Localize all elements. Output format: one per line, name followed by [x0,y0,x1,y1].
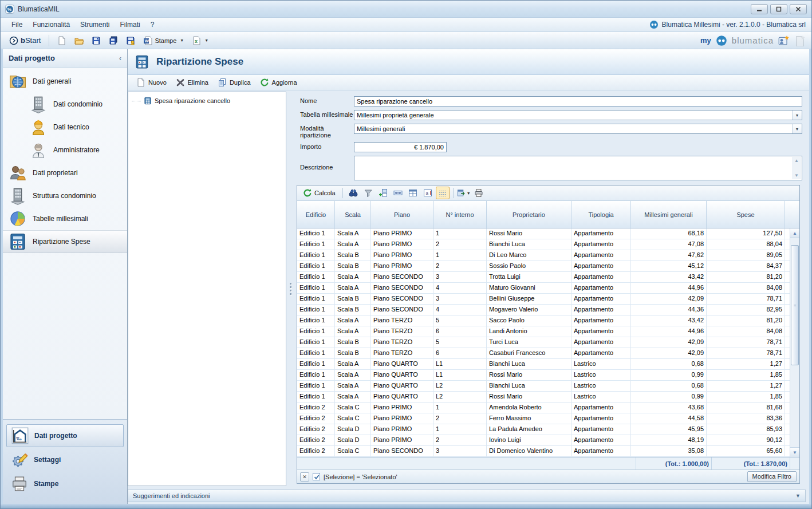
table-row[interactable]: Edificio 1Scala BPiano SECONDO4Mogavero … [297,305,799,315]
menu-item[interactable]: ? [145,18,160,31]
row-lines-button[interactable] [436,187,450,199]
table-row[interactable]: Edificio 1Scala APiano PRIMO2Bianchi Luc… [297,239,799,250]
chevron-down-icon[interactable]: ▼ [795,493,801,499]
minimize-button[interactable] [751,4,768,14]
doc-add-button[interactable] [794,35,806,46]
close-button[interactable] [790,4,807,14]
table-row[interactable]: Edificio 1Scala BPiano TERZO6Casaburi Fr… [297,348,799,359]
group-by-button[interactable] [376,187,390,199]
save-button[interactable] [89,34,104,47]
nav-item-dati-progetto[interactable]: ‰Dati progetto [6,424,124,447]
print-button[interactable] [472,187,486,199]
column-header-scala[interactable]: Scala [335,201,371,228]
duplica-button[interactable]: Duplica [214,76,255,89]
auto-size-button[interactable]: a [421,187,435,199]
stampe-button[interactable]: W Stampe ▼ [140,34,187,47]
table-row[interactable]: Edificio 1Scala BPiano PRIMO2Sossio Paol… [297,261,799,272]
tabella-select[interactable]: Millesimi proprietà generale ▼ [354,110,802,120]
elimina-button[interactable]: Elimina [172,76,212,89]
nav-item-stampe[interactable]: Stampe [6,472,124,495]
filter-checkbox[interactable] [313,473,320,480]
tree-item[interactable]: Spesa riparazione cancello [128,92,286,105]
sidebar-item-dati-generali[interactable]: Dati generali [3,70,127,93]
maximize-button[interactable] [770,4,787,14]
sidebar-item-amministratore[interactable]: Amministratore [3,139,127,161]
nav-item-settaggi[interactable]: Settaggi [6,448,124,471]
table-row[interactable]: Edificio 2Scala CPiano PRIMO2Ferro Massi… [297,413,799,424]
user-add-button[interactable] [778,35,790,46]
modifica-filtro-button[interactable]: Modifica Filtro [747,471,797,482]
sidebar-item-dati-proprietari[interactable]: Dati proprietari [3,161,127,184]
scroll-up-icon[interactable]: ▲ [790,228,799,238]
column-header-tipologia[interactable]: Tipologia [571,201,631,228]
calcola-button[interactable]: Calcola [299,187,339,199]
bstart-label: bStart [21,36,41,45]
table-row[interactable]: Edificio 1Scala APiano QUARTOL1Rossi Mar… [297,370,799,381]
vertical-scrollbar[interactable]: ▲ ≡ ▼ [790,228,799,457]
modalita-select[interactable]: Millesimi generali ▼ [354,124,802,134]
table-row[interactable]: Edificio 1Scala BPiano PRIMO1Di Leo Marc… [297,250,799,261]
splitter-handle[interactable] [286,92,294,486]
excel-export-button[interactable]: x ▼ [189,34,211,47]
open-folder-button[interactable] [72,34,86,47]
sidebar-item-tabelle-millesimali[interactable]: Tabelle millesimali [3,207,127,230]
table-row[interactable]: Edificio 1Scala BPiano TERZO5Turci LucaA… [297,337,799,348]
scroll-down-icon[interactable]: ▼ [790,447,799,457]
table-row[interactable]: Edificio 1Scala APiano QUARTOL1Bianchi L… [297,359,799,370]
sidebar-item-struttura-condominio[interactable]: Struttura condominio [3,184,127,207]
dropdown-arrow-icon[interactable]: ▼ [792,124,802,133]
table-row[interactable]: Edificio 1Scala BPiano SECONDO3Bellini G… [297,294,799,305]
table-cell: Bianchi Luca [487,359,571,369]
column-header-millesimi-generali[interactable]: Millesimi generali [631,201,707,228]
scroll-down-icon[interactable]: ▼ [794,172,799,179]
column-header-edificio[interactable]: Edificio [297,201,335,228]
filter-funnel-button[interactable] [361,187,375,199]
scroll-up-icon[interactable]: ▲ [794,157,799,164]
dropdown-arrow-icon[interactable]: ▼ [792,111,802,120]
sidebar-item-dati-condominio[interactable]: Dati condominio [3,93,127,116]
table-cell: 0,68 [631,381,707,391]
table-row[interactable]: Edificio 2Scala DPiano PRIMO2Iovino Luig… [297,435,799,446]
table-row[interactable]: Edificio 2Scala CPiano SECONDO3Di Domeni… [297,446,799,457]
aggiorna-button[interactable]: Aggiorna [256,76,301,89]
nuovo-button[interactable]: Nuovo [132,76,171,89]
filter-close-button[interactable]: ✕ [300,472,309,482]
textarea-scrollbar[interactable]: ▲▼ [792,157,801,179]
table-row[interactable]: Edificio 1Scala APiano QUARTOL2Rossi Mar… [297,392,799,403]
menu-strumenti[interactable]: Strumenti [75,18,115,31]
collapse-chevron-icon[interactable]: ‹ [119,54,121,62]
new-file-button[interactable] [54,34,69,47]
export-grid-button[interactable]: ▼ [457,187,471,199]
table-row[interactable]: Edificio 1Scala APiano PRIMO1Rossi Mario… [297,228,799,239]
layout-rows-button[interactable] [406,187,420,199]
table-row[interactable]: Edificio 1Scala APiano SECONDO4Maturo Gi… [297,283,799,294]
suggestions-bar[interactable]: Suggerimenti ed indicazioni ▼ [128,490,806,502]
scrollbar-thumb[interactable]: ≡ [791,245,799,365]
column-header-spese[interactable]: Spese [707,201,785,228]
save-user-button[interactable] [123,34,138,47]
table-cell: Scala A [335,326,371,337]
sidebar-item-dati-tecnico[interactable]: Dati tecnico [3,116,127,139]
action-toolbar: NuovoEliminaDuplicaAggiorna [128,75,809,90]
column-header-piano[interactable]: Piano [371,201,433,228]
table-row[interactable]: Edificio 2Scala CPiano PRIMO1Amendola Ro… [297,403,799,413]
column-header-n-interno[interactable]: N° interno [433,201,487,228]
menu-file[interactable]: File [6,18,27,31]
table-row[interactable]: Edificio 2Scala DPiano PRIMO1La Padula A… [297,424,799,435]
menu-funzionalit[interactable]: Funzionalità [27,18,75,31]
table-row[interactable]: Edificio 1Scala APiano QUARTOL2Bianchi L… [297,381,799,392]
save-all-button[interactable] [106,34,121,47]
find-binoculars-button[interactable] [346,187,360,199]
fit-width-button[interactable] [391,187,405,199]
descrizione-textarea[interactable]: ▲▼ [354,156,802,180]
menu-filmati[interactable]: Filmati [115,18,145,31]
table-row[interactable]: Edificio 1Scala APiano TERZO6Landi Anton… [297,326,799,337]
nome-input[interactable] [354,96,802,106]
table-row[interactable]: Edificio 1Scala APiano SECONDO3Trotta Lu… [297,272,799,283]
table-row[interactable]: Edificio 1Scala APiano TERZO5Sacco Paolo… [297,315,799,326]
table-cell: 83,36 [707,413,785,424]
column-header-proprietario[interactable]: Proprietario [487,201,571,228]
importo-input[interactable] [354,142,447,152]
bstart-button[interactable]: bStart [6,34,44,47]
sidebar-item-ripartizione-spese[interactable]: Ripartizione Spese [3,230,127,253]
